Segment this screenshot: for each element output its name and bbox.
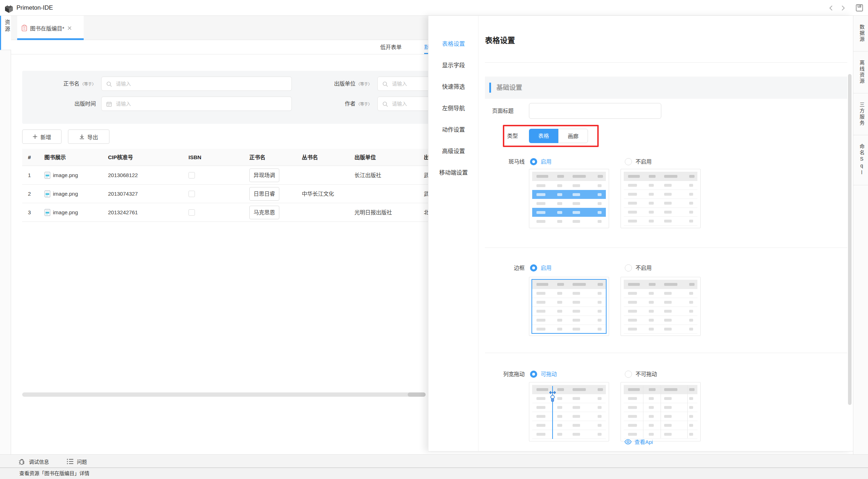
- image-cell[interactable]: image.png: [39, 185, 102, 203]
- debug-icon: [19, 458, 26, 465]
- zebra-off-label[interactable]: 不启用: [636, 155, 652, 169]
- image-file-icon: [44, 172, 50, 179]
- horizontal-scrollbar-thumb[interactable]: [408, 392, 426, 397]
- drag-on-label[interactable]: 可拖动: [541, 367, 557, 381]
- status-text: 查看资源「图书在版编目」详情: [19, 468, 89, 479]
- border-on-preview: [529, 277, 609, 336]
- title-tag-button[interactable]: 日思日睿: [249, 187, 279, 201]
- plus-icon: [33, 134, 38, 139]
- rail-item-offline-resources[interactable]: 离线资源: [853, 52, 868, 93]
- type-option-gallery[interactable]: 画廊: [558, 129, 588, 143]
- drag-on-radio[interactable]: [530, 371, 537, 378]
- border-off-preview: [621, 277, 701, 336]
- image-cell[interactable]: image.png: [39, 203, 102, 221]
- page-title-label: 页面标题: [492, 103, 514, 119]
- col-index: #: [22, 149, 39, 166]
- col-book-image: 图书展示: [39, 149, 102, 166]
- checkbox[interactable]: [188, 209, 195, 216]
- panel-title: 表格设置: [485, 34, 515, 45]
- section-accent-bar: [489, 83, 491, 93]
- app-logo-icon: [4, 4, 14, 13]
- zebra-on-radio[interactable]: [530, 158, 537, 165]
- border-off-radio[interactable]: [625, 264, 632, 272]
- col-publisher: 出版单位: [349, 149, 418, 166]
- books-table: # 图书展示 CIP核准号 ISBN 正书名 丛书名 出版单位 出版地 1 im…: [22, 149, 444, 222]
- settings-scrollbar[interactable]: [848, 74, 852, 405]
- zebra-off-radio[interactable]: [625, 158, 632, 165]
- page-title-input[interactable]: [529, 103, 661, 119]
- nav-back-icon[interactable]: [829, 5, 833, 11]
- drag-off-radio[interactable]: [625, 371, 632, 378]
- menu-item-left-nav[interactable]: 左侧导航: [428, 100, 479, 117]
- menu-item-mobile[interactable]: 移动端设置: [428, 165, 479, 181]
- checkbox[interactable]: [188, 191, 195, 197]
- field-label-book-title: 正书名〈等于〉: [24, 77, 96, 91]
- menu-item-action-settings[interactable]: 动作设置: [428, 122, 479, 138]
- drag-on-preview: [529, 382, 609, 441]
- app-title: Primeton-IDE: [16, 0, 53, 15]
- rail-item-data-source[interactable]: 数据源: [853, 16, 868, 52]
- col-isbn: ISBN: [183, 149, 244, 166]
- title-tag-button[interactable]: 马克思恩: [249, 206, 279, 219]
- publish-date-input[interactable]: [102, 97, 291, 111]
- right-rail: 数据源 离线资源 三方服务 命名Sql: [853, 16, 868, 454]
- table-row[interactable]: 1 image.png 2013068122 异现场调 长江出版社 武汉: [22, 166, 444, 185]
- menu-item-advanced[interactable]: 高级设置: [428, 143, 479, 160]
- border-on-label[interactable]: 启用: [541, 261, 551, 275]
- menu-item-display-fields[interactable]: 显示字段: [428, 57, 479, 74]
- active-tab-underline: [17, 38, 84, 40]
- col-series: 丛书名: [296, 149, 349, 166]
- add-button[interactable]: 新增: [22, 129, 62, 144]
- zebra-off-preview: [621, 169, 701, 228]
- type-option-table[interactable]: 表格: [529, 129, 558, 143]
- list-icon: [67, 458, 74, 465]
- sidebar-item-resources[interactable]: 资源: [0, 16, 11, 50]
- table-header-row: # 图书展示 CIP核准号 ISBN 正书名 丛书名 出版单位 出版地: [22, 149, 444, 166]
- view-tab-low-code-form[interactable]: 低开表单: [380, 40, 402, 54]
- drag-label: 列宽拖动: [485, 367, 525, 381]
- field-label-publish-date: 出版时间: [24, 97, 96, 111]
- view-tabs-divider: [11, 54, 428, 54]
- border-on-radio[interactable]: [530, 264, 537, 272]
- app-window: Primeton-IDE 资源 图书在版编目* 低开表单 默: [0, 0, 868, 479]
- menu-item-quick-filter[interactable]: 快速筛选: [428, 79, 479, 95]
- download-icon: [79, 134, 84, 139]
- horizontal-scrollbar[interactable]: [22, 392, 426, 397]
- view-api-link[interactable]: 查看Api: [624, 438, 653, 445]
- document-icon: [21, 25, 27, 31]
- checkbox[interactable]: [188, 172, 195, 179]
- drag-setting-row: 列宽拖动 可拖动 不可拖动: [485, 367, 793, 381]
- publish-date-input-wrap: [101, 97, 292, 111]
- image-cell[interactable]: image.png: [39, 166, 102, 184]
- col-cip: CIP核准号: [102, 149, 183, 166]
- left-rail: 资源: [0, 16, 11, 454]
- title-tag-button[interactable]: 异现场调: [249, 168, 279, 182]
- debug-info-button[interactable]: 调试信息: [19, 455, 49, 468]
- rail-item-third-party-services[interactable]: 三方服务: [853, 93, 868, 135]
- eye-icon: [624, 439, 632, 445]
- title-bar: Primeton-IDE: [0, 0, 868, 16]
- problems-button[interactable]: 问题: [67, 455, 87, 468]
- table-settings-panel: 表格设置 显示字段 快速筛选 左侧导航 动作设置 高级设置 移动端设置 表格设置…: [428, 16, 853, 451]
- close-icon[interactable]: [67, 26, 72, 30]
- field-label-author: 作者〈等于〉: [300, 97, 372, 111]
- nav-forward-icon[interactable]: [841, 5, 845, 11]
- table-row[interactable]: 3 image.png 2013242761 马克思恩 光明日报出版社 北京: [22, 203, 444, 222]
- table-row[interactable]: 2 image.png 2013074327 日思日睿 中华长江文化 武汉: [22, 185, 444, 203]
- divider: [485, 248, 847, 248]
- status-bar: 查看资源「图书在版编目」详情: [0, 468, 868, 479]
- book-title-input[interactable]: [102, 77, 291, 91]
- border-off-label[interactable]: 不启用: [636, 261, 652, 275]
- export-button[interactable]: 导出: [68, 129, 109, 144]
- tab-book-cataloging[interactable]: 图书在版编目*: [17, 16, 84, 40]
- menu-item-table-settings[interactable]: 表格设置: [428, 36, 479, 52]
- zebra-on-label[interactable]: 启用: [541, 155, 551, 169]
- tab-label: 图书在版编目*: [30, 24, 64, 32]
- image-file-icon: [44, 190, 50, 197]
- border-label: 边框: [485, 261, 525, 275]
- rail-item-named-sql[interactable]: 命名Sql: [853, 135, 868, 185]
- save-icon[interactable]: [855, 4, 863, 12]
- divider: [485, 62, 847, 63]
- divider: [485, 353, 847, 353]
- drag-off-label[interactable]: 不可拖动: [636, 367, 657, 381]
